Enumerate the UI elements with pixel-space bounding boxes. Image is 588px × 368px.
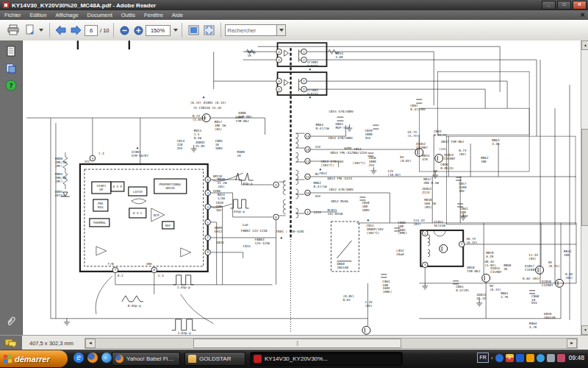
schematic-label: 0V(6.1V) bbox=[490, 284, 501, 291]
firefox-icon bbox=[115, 355, 123, 363]
schematic-label: R8141/2W bbox=[218, 193, 226, 200]
quick-launch-overflow-icon[interactable]: » bbox=[103, 354, 107, 361]
schedule-tray-icon[interactable] bbox=[516, 354, 524, 362]
transistor-symbol bbox=[362, 326, 370, 334]
minimize-button[interactable]: _ bbox=[542, 1, 556, 10]
schematic-label: PROPORTIONALDRIVE bbox=[159, 183, 182, 190]
schematic-label: (105°C) bbox=[352, 161, 365, 165]
schematic-label: R858560 1W(MS) bbox=[424, 198, 436, 209]
search-placeholder: Rechercher bbox=[228, 27, 257, 34]
help-icon[interactable]: ? bbox=[5, 79, 17, 91]
scroll-right-icon[interactable]: ► bbox=[567, 339, 577, 348]
search-caret-button[interactable] bbox=[277, 24, 286, 36]
pdf-icon bbox=[254, 355, 262, 363]
device-red-tray-icon[interactable] bbox=[557, 354, 565, 362]
zoom-caret-icon[interactable] bbox=[173, 29, 178, 32]
schematic-label: C857220010V bbox=[459, 182, 467, 193]
folder-icon bbox=[188, 355, 196, 363]
schematic-label: R8091K bbox=[237, 150, 245, 158]
next-page-button[interactable] bbox=[68, 22, 83, 38]
schematic-label: D8591N4148 bbox=[544, 312, 556, 319]
screen: KY14V30_KY20V30%20_MC48A.pdf - Adobe Rea… bbox=[0, 0, 588, 368]
taskbar-task[interactable]: Yahoo! Babel Fish - T... bbox=[112, 352, 180, 366]
network-tray-icon[interactable] bbox=[547, 354, 555, 362]
schematic-label: INH bbox=[146, 262, 152, 266]
layers-panel-icon[interactable] bbox=[5, 63, 17, 74]
alert-orange-tray-icon[interactable] bbox=[526, 354, 534, 362]
schematic-label: 43.7V(5.7V) bbox=[407, 130, 418, 138]
close-document-icon[interactable]: ✕ bbox=[580, 12, 585, 18]
schematic-label: Q1858C3198Y bbox=[542, 280, 553, 287]
menu-item-fentre[interactable]: Fenêtre bbox=[140, 12, 168, 18]
zoom-level-input[interactable]: 150% bbox=[146, 25, 171, 36]
save-copy-button[interactable] bbox=[22, 22, 46, 38]
print-button[interactable] bbox=[4, 22, 22, 38]
fit-width-icon bbox=[188, 25, 199, 35]
schematic-label: C855 470/500V bbox=[329, 110, 354, 113]
fit-page-button[interactable] bbox=[201, 22, 217, 38]
menu-item-aide[interactable]: Aide bbox=[168, 12, 187, 18]
globe-tray-icon[interactable] bbox=[537, 354, 545, 362]
schematic-label: 7.3 bbox=[98, 152, 104, 155]
schematic-label: R85147K bbox=[422, 154, 430, 161]
attachments-panel-icon[interactable] bbox=[5, 316, 17, 328]
schematic-label: C858100100V bbox=[362, 201, 370, 212]
taskbar-task[interactable]: GOLDSTAR bbox=[184, 352, 245, 366]
schematic-label: 1uH bbox=[243, 223, 248, 227]
schematic-label: (6.1V) Q1801 (6.1V) bbox=[190, 101, 226, 105]
menu-item-affichage[interactable]: Affichage bbox=[51, 12, 82, 18]
comments-panel-icon[interactable] bbox=[4, 338, 17, 348]
menu-item-outils[interactable]: Outils bbox=[117, 12, 140, 18]
schematic-label: 0.6V (0V) bbox=[523, 277, 539, 280]
schematic-label: R8612.7K bbox=[501, 291, 509, 299]
fit-width-button[interactable] bbox=[186, 22, 201, 38]
start-button[interactable]: démarrer bbox=[0, 350, 68, 367]
schematic-label: C859100035V bbox=[365, 129, 373, 140]
scroll-down-icon[interactable]: ▼ bbox=[581, 325, 588, 335]
previous-page-button[interactable] bbox=[54, 22, 68, 38]
blue-app-tray-icon[interactable] bbox=[495, 354, 503, 362]
search-caret-icon bbox=[279, 29, 284, 32]
schematic-label: 45Vp-p bbox=[234, 210, 245, 213]
menu-item-fichier[interactable]: Fichier bbox=[0, 12, 26, 18]
search-input[interactable]: Rechercher bbox=[225, 24, 277, 36]
vertical-scroll-thumb[interactable] bbox=[581, 129, 588, 226]
page-number-input[interactable]: 6 bbox=[85, 25, 98, 36]
menu-item-edition[interactable]: Edition bbox=[26, 12, 51, 18]
schematic-label: 0.6Vp-p bbox=[128, 304, 141, 308]
schematic-label: D852 RU4A bbox=[331, 199, 348, 203]
firefox-icon[interactable] bbox=[87, 353, 98, 363]
schematic-label: D853 FML-G12S bbox=[327, 177, 352, 180]
horizontal-scroll-thumb[interactable]: ║ bbox=[193, 339, 401, 348]
schematic-label: 12V(10.6V) bbox=[387, 169, 401, 177]
zonealarm-tray-icon[interactable]: Z bbox=[506, 354, 514, 362]
print-icon bbox=[7, 24, 20, 36]
scroll-up-icon[interactable]: ▲ bbox=[581, 40, 588, 50]
schematic-label: ZD852Z11V bbox=[422, 187, 431, 194]
schematic-label: R8620.47/1W bbox=[313, 181, 326, 188]
menu-item-document[interactable]: Document bbox=[83, 12, 117, 18]
schematic-label: D854 FML-G12S bbox=[330, 151, 355, 155]
zoom-in-button[interactable] bbox=[132, 22, 146, 38]
horizontal-scrollbar[interactable]: ◄ ║ ► bbox=[85, 338, 578, 349]
schematic-label: R80520K/2W(MF) bbox=[55, 172, 67, 183]
close-button[interactable]: ✕ bbox=[573, 1, 587, 10]
maximize-button[interactable]: □ bbox=[557, 1, 571, 10]
schematic-label: ▲ bbox=[203, 95, 205, 99]
schematic-label: C80510100V bbox=[215, 139, 223, 150]
schematic-label: C861100160V(KME) bbox=[382, 280, 392, 294]
vertical-scrollbar[interactable]: ▲ ▼ bbox=[581, 40, 588, 335]
document-page[interactable]: (6.1V) Q1801 (6.1V)7V C3852A 51.4V8.7V(5… bbox=[23, 40, 581, 335]
taskbar-task[interactable]: KY14V30_KY20V30%... bbox=[250, 352, 403, 366]
language-indicator[interactable]: FR bbox=[477, 353, 489, 363]
schematic-label: OCP bbox=[154, 213, 159, 217]
scroll-left-icon[interactable]: ◄ bbox=[85, 339, 96, 348]
zoom-out-button[interactable] bbox=[118, 22, 132, 38]
comments-panel-corner bbox=[0, 336, 22, 350]
internet-explorer-icon[interactable]: e bbox=[74, 353, 84, 363]
schematic-label: STARTUP bbox=[97, 184, 107, 191]
pages-panel-icon[interactable] bbox=[5, 46, 17, 57]
schematic-label: D858TVR-06J bbox=[467, 266, 480, 273]
tray-collapse-icon[interactable]: ‹ bbox=[491, 355, 493, 361]
status-bar: 407,5 x 302,3 mm ◄ ║ ► bbox=[0, 335, 588, 350]
